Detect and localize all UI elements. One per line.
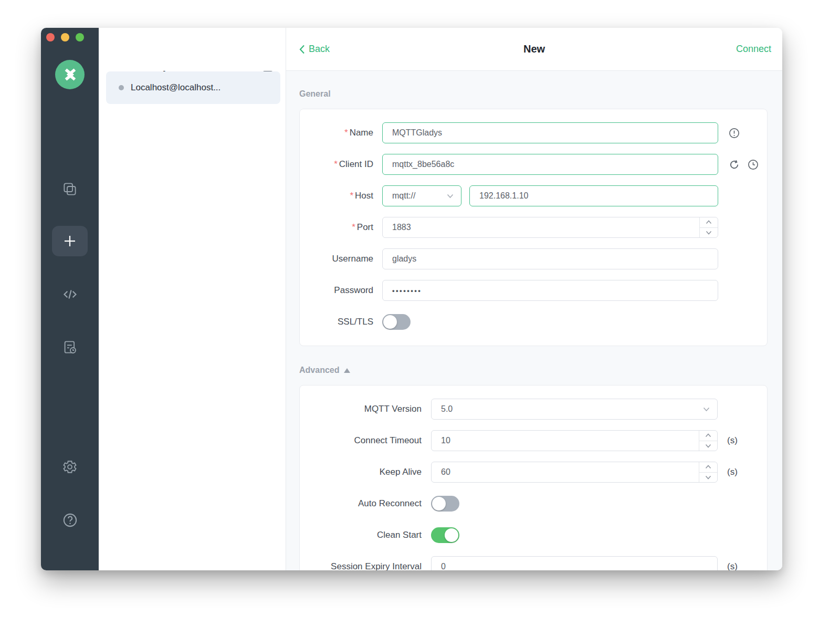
host-input[interactable] xyxy=(469,185,718,206)
nav-sidebar xyxy=(41,28,99,570)
keep-alive-input[interactable] xyxy=(431,462,718,483)
sidebar-item-new-connection[interactable] xyxy=(52,226,88,256)
chevron-up-icon xyxy=(706,220,712,224)
mqtt-version-select[interactable]: 5.0 xyxy=(431,399,718,420)
connect-timeout-label: Connect Timeout xyxy=(300,435,422,446)
name-label: *Name xyxy=(300,128,373,138)
close-window-button[interactable] xyxy=(46,33,55,41)
clock-icon xyxy=(748,159,759,170)
connect-timeout-input[interactable] xyxy=(431,430,718,451)
connection-name: Localhost@localhost... xyxy=(131,82,220,93)
username-field-row: Username xyxy=(300,243,767,275)
clean-start-toggle[interactable] xyxy=(431,527,459,543)
host-protocol-value: mqtt:// xyxy=(392,191,415,201)
keep-alive-unit: (s) xyxy=(727,467,738,477)
port-label: *Port xyxy=(300,222,373,233)
port-decrement-button[interactable] xyxy=(700,228,718,238)
client-id-label: *Client ID xyxy=(300,159,373,170)
main-header: Back New Connect xyxy=(286,28,782,71)
connections-panel: Connections Localhost@localhost... xyxy=(99,28,286,570)
chevron-left-icon xyxy=(299,45,305,54)
username-input[interactable] xyxy=(382,248,718,269)
page-title: New xyxy=(523,43,545,55)
chevron-up-icon xyxy=(705,433,711,437)
gear-icon xyxy=(62,459,78,475)
connect-button[interactable]: Connect xyxy=(736,44,771,55)
minimize-window-button[interactable] xyxy=(61,33,69,41)
general-section-text: General xyxy=(299,89,331,99)
connect-timeout-stepper xyxy=(431,430,718,451)
auto-reconnect-field-row: Auto Reconnect xyxy=(300,488,767,519)
refresh-icon xyxy=(729,159,740,170)
port-stepper xyxy=(382,217,718,238)
mqtt-version-field-row: MQTT Version 5.0 xyxy=(300,393,767,425)
advanced-card: MQTT Version 5.0 Connect Timeout xyxy=(299,385,768,570)
session-expiry-input[interactable] xyxy=(431,556,718,570)
client-id-input[interactable] xyxy=(382,154,718,175)
chevron-down-icon xyxy=(706,231,712,235)
general-card: *Name xyxy=(299,109,768,346)
regenerate-client-id-button[interactable] xyxy=(729,159,740,170)
required-mark: * xyxy=(334,159,338,169)
sidebar-item-log[interactable] xyxy=(41,339,99,355)
session-expiry-field-row: Session Expiry Interval (s) xyxy=(300,551,767,570)
collapse-up-icon xyxy=(344,368,350,373)
connect-timeout-increment-button[interactable] xyxy=(699,431,717,441)
chevron-down-icon xyxy=(447,194,454,199)
clean-start-label: Clean Start xyxy=(300,530,422,540)
sidebar-item-connections[interactable] xyxy=(41,181,99,197)
password-field-row: Password xyxy=(300,275,767,306)
auto-reconnect-toggle[interactable] xyxy=(431,496,459,512)
code-icon xyxy=(62,286,78,303)
port-increment-button[interactable] xyxy=(700,217,718,228)
mqttx-window: Connections Localhost@localhost... Back … xyxy=(41,28,782,570)
mqtt-version-label: MQTT Version xyxy=(300,404,422,414)
log-icon xyxy=(62,339,78,355)
name-input[interactable] xyxy=(382,122,718,143)
host-field-row: *Host mqtt:// xyxy=(300,180,767,212)
client-id-history-button[interactable] xyxy=(748,159,759,170)
ssl-tls-field-row: SSL/TLS xyxy=(300,306,767,338)
name-info-icon[interactable] xyxy=(729,128,740,139)
info-circle-icon xyxy=(729,128,740,139)
mqtt-version-value: 5.0 xyxy=(441,404,453,414)
keep-alive-increment-button[interactable] xyxy=(699,462,717,473)
chevron-up-icon xyxy=(705,465,711,469)
chevron-down-icon xyxy=(705,444,711,448)
chevron-down-icon xyxy=(703,407,710,412)
auto-reconnect-label: Auto Reconnect xyxy=(300,498,422,509)
general-section-label: General xyxy=(299,89,768,99)
connect-timeout-decrement-button[interactable] xyxy=(699,441,717,451)
back-button[interactable]: Back xyxy=(299,44,330,55)
password-input[interactable] xyxy=(382,280,718,301)
keep-alive-decrement-button[interactable] xyxy=(699,473,717,483)
ssl-tls-toggle[interactable] xyxy=(382,314,411,330)
clean-start-field-row: Clean Start xyxy=(300,519,767,551)
keep-alive-stepper xyxy=(431,462,718,483)
zoom-window-button[interactable] xyxy=(76,33,84,41)
connection-list-item[interactable]: Localhost@localhost... xyxy=(106,71,280,104)
mqttx-logo-icon xyxy=(61,66,79,84)
host-protocol-select[interactable]: mqtt:// xyxy=(382,185,461,206)
mqttx-logo xyxy=(55,60,85,89)
form-body: General *Name xyxy=(286,71,782,570)
sidebar-item-settings[interactable] xyxy=(41,459,99,475)
connect-timeout-field-row: Connect Timeout xyxy=(300,425,767,456)
back-button-label: Back xyxy=(309,44,330,55)
session-expiry-label: Session Expiry Interval xyxy=(300,561,422,570)
help-icon xyxy=(62,512,78,528)
sidebar-item-help[interactable] xyxy=(41,512,99,528)
chevron-down-icon xyxy=(705,475,711,479)
keep-alive-label: Keep Alive xyxy=(300,467,422,477)
connections-icon xyxy=(62,181,78,197)
keep-alive-field-row: Keep Alive xyxy=(300,456,767,488)
sidebar-item-script[interactable] xyxy=(41,286,99,303)
port-input[interactable] xyxy=(382,217,718,238)
session-expiry-unit: (s) xyxy=(727,561,738,570)
window-controls xyxy=(46,33,84,41)
session-expiry-stepper xyxy=(431,556,718,570)
advanced-section-label[interactable]: Advanced xyxy=(299,366,768,375)
connect-timeout-unit: (s) xyxy=(727,435,738,446)
password-label: Password xyxy=(300,285,373,296)
required-mark: * xyxy=(344,128,348,138)
